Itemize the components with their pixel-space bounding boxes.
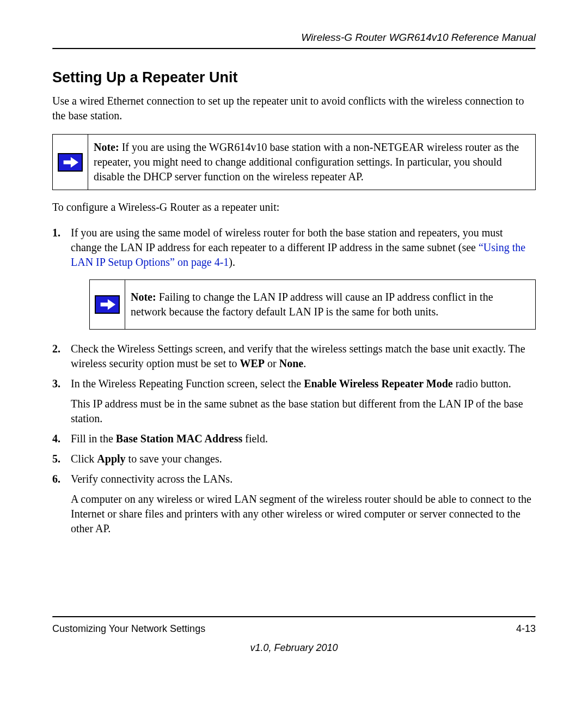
step-6-para-2: A computer on any wireless or wired LAN … (71, 492, 536, 536)
step-5-pre: Click (71, 453, 97, 465)
step-5-bold: Apply (97, 453, 125, 465)
step-3: In the Wireless Repeating Function scree… (52, 376, 536, 426)
note-icon-cell (90, 280, 125, 329)
footer-rule (52, 616, 536, 618)
step-3-post: radio button. (453, 378, 511, 389)
step-1: If you are using the same model of wirel… (52, 226, 536, 330)
arrow-right-icon (95, 295, 120, 314)
section-title: Setting Up a Repeater Unit (52, 69, 536, 86)
running-header: Wireless-G Router WGR614v10 Reference Ma… (52, 32, 536, 48)
step-1-text-pre: If you are using the same model of wirel… (71, 227, 503, 253)
note-box-1: Note: If you are using the WGR614v10 bas… (52, 134, 536, 190)
page-footer: Customizing Your Network Settings 4-13 v… (52, 616, 536, 654)
step-2-bold-2: None (279, 357, 303, 369)
step-2: Check the Wireless Settings screen, and … (52, 342, 536, 371)
step-6: Verify connectivity across the LANs. A c… (52, 472, 536, 536)
step-3-pre: In the Wireless Repeating Function scree… (71, 378, 304, 389)
step-5: Click Apply to save your changes. (52, 452, 536, 466)
step-4: Fill in the Base Station MAC Address fie… (52, 431, 536, 446)
note-body: If you are using the WGR614v10 base stat… (94, 141, 519, 182)
steps-list: If you are using the same model of wirel… (52, 226, 536, 536)
svg-marker-0 (64, 157, 78, 167)
step-4-pre: Fill in the (71, 433, 116, 445)
lead-in: To configure a Wireless-G Router as a re… (52, 200, 536, 215)
svg-marker-1 (101, 299, 115, 309)
step-4-post: field. (242, 433, 268, 445)
header-rule (52, 48, 536, 50)
step-2-mid: or (265, 357, 279, 369)
footer-section-name: Customizing Your Network Settings (52, 623, 205, 635)
note-label: Note: (131, 291, 156, 303)
note-text: Note: Failing to change the LAN IP addre… (125, 280, 535, 329)
step-2-post: . (303, 357, 306, 369)
step-6-line-1: Verify connectivity across the LANs. (71, 473, 232, 485)
arrow-right-icon (58, 153, 83, 172)
step-3-bold: Enable Wireless Repeater Mode (304, 378, 453, 389)
step-1-text-post: ). (229, 256, 235, 268)
footer-page-number: 4-13 (516, 623, 536, 635)
step-5-post: to save your changes. (126, 453, 222, 465)
note-label: Note: (94, 141, 119, 153)
step-4-bold: Base Station MAC Address (116, 433, 242, 445)
step-2-bold-1: WEP (240, 357, 265, 369)
step-3-para-2: This IP address must be in the same subn… (71, 397, 536, 426)
note-box-2: Note: Failing to change the LAN IP addre… (89, 279, 536, 330)
note-icon-cell (53, 135, 88, 190)
note-text: Note: If you are using the WGR614v10 bas… (88, 135, 535, 190)
note-body: Failing to change the LAN IP address wil… (131, 291, 493, 318)
intro-paragraph: Use a wired Ethernet connection to set u… (52, 94, 536, 123)
footer-version: v1.0, February 2010 (52, 642, 536, 654)
